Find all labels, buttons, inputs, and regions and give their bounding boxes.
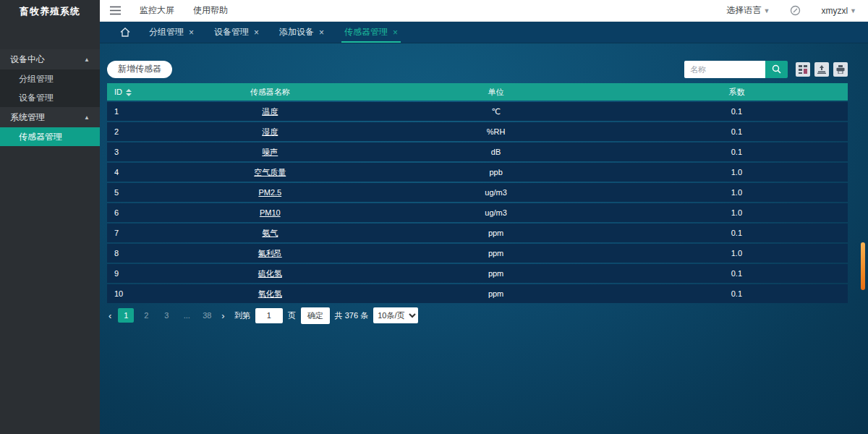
sensor-id-cell: 10 <box>107 284 174 303</box>
chevron-down-icon: ▼ <box>763 7 770 14</box>
sensor-unit-cell: ℃ <box>366 102 625 121</box>
tab-分组管理[interactable]: 分组管理× <box>139 22 204 43</box>
add-sensor-button[interactable]: 新增传感器 <box>107 61 172 78</box>
username: xmyzxl <box>821 6 848 16</box>
sensor-name-link[interactable]: PM10 <box>260 208 281 217</box>
sensor-name-link[interactable]: 空气质量 <box>254 168 286 176</box>
next-page-button[interactable]: › <box>220 310 226 321</box>
sensor-id-cell: 6 <box>107 203 174 222</box>
topbar-right: 选择语言▼ xmyzxl▼ <box>726 4 856 17</box>
sensor-name-link[interactable]: 氨气 <box>262 229 278 237</box>
sensor-name-cell: 氧化氢 <box>174 284 366 303</box>
sidebar-section-title[interactable]: 系统管理▲ <box>0 107 100 127</box>
page-button-38[interactable]: 38 <box>199 308 215 323</box>
tab-传感器管理[interactable]: 传感器管理× <box>334 22 408 43</box>
sensor-name-cell: 硫化氢 <box>174 264 366 283</box>
home-tab[interactable] <box>111 22 139 43</box>
sensor-id-cell: 2 <box>107 122 174 141</box>
topbar-item-help[interactable]: 使用帮助 <box>193 4 228 17</box>
sensor-coefficient-cell: 0.1 <box>626 102 848 121</box>
printer-icon <box>836 65 845 74</box>
sensor-name-link[interactable]: 硫化氢 <box>258 269 282 278</box>
table-header-row: ID传感器名称单位系数 <box>107 83 848 101</box>
table-row: 3噪声dB0.1 <box>107 142 848 161</box>
sensor-table: ID传感器名称单位系数 1温度℃0.12湿度%RH0.13噪声dB0.14空气质… <box>107 82 848 305</box>
sidebar-section-items: 分组管理设备管理 <box>0 69 100 107</box>
chevron-up-icon: ▲ <box>84 114 90 121</box>
sidebar-section-items: 传感器管理 <box>0 127 100 146</box>
table-row: 4空气质量ppb1.0 <box>107 163 848 182</box>
sensor-coefficient-cell: 1.0 <box>626 183 848 202</box>
sidebar: 畜牧养殖系统 设备中心▲分组管理设备管理系统管理▲传感器管理 <box>0 0 100 434</box>
table-row: 7氨气ppm0.1 <box>107 224 848 242</box>
hamburger-icon[interactable] <box>110 6 121 15</box>
sensor-name-cell: PM2.5 <box>174 183 366 202</box>
tab-设备管理[interactable]: 设备管理× <box>204 22 269 43</box>
sensor-coefficient-cell: 0.1 <box>626 224 848 242</box>
table-row: 2湿度%RH0.1 <box>107 122 848 141</box>
page-button-3[interactable]: 3 <box>158 308 174 323</box>
total-count-label: 共 376 条 <box>335 310 368 321</box>
search-input[interactable] <box>684 61 765 78</box>
sensor-name-link[interactable]: PM2.5 <box>258 188 281 197</box>
tab-close-icon[interactable]: × <box>254 27 259 38</box>
column-display-button[interactable] <box>796 62 810 77</box>
sort-icon[interactable] <box>126 89 132 96</box>
column-header-单位: 单位 <box>366 83 625 101</box>
page-more-button[interactable]: ... <box>179 308 195 323</box>
sidebar-item-设备管理[interactable]: 设备管理 <box>0 88 100 107</box>
sidebar-section-label: 系统管理 <box>10 111 45 124</box>
language-selector-label: 选择语言 <box>726 4 761 17</box>
tab-close-icon[interactable]: × <box>319 27 324 38</box>
page-button-1[interactable]: 1 <box>118 308 134 323</box>
language-selector[interactable]: 选择语言▼ <box>726 4 770 17</box>
sensor-name-link[interactable]: 氟利昂 <box>258 249 282 258</box>
prev-page-button[interactable]: ‹ <box>107 310 113 321</box>
sensor-name-cell: 氨气 <box>174 224 366 242</box>
sidebar-item-传感器管理[interactable]: 传感器管理 <box>0 127 100 146</box>
column-header-ID[interactable]: ID <box>107 83 174 101</box>
sensor-coefficient-cell: 0.1 <box>626 284 848 303</box>
table-row: 6PM10ug/m31.0 <box>107 203 848 222</box>
user-menu[interactable]: xmyzxl▼ <box>821 6 856 16</box>
page-button-2[interactable]: 2 <box>138 308 154 323</box>
table-row: 1温度℃0.1 <box>107 102 848 121</box>
sensor-name-link[interactable]: 噪声 <box>262 148 278 156</box>
home-icon <box>120 27 130 37</box>
tab-close-icon[interactable]: × <box>393 27 398 38</box>
sensor-id-cell: 5 <box>107 183 174 202</box>
sensor-name-link[interactable]: 湿度 <box>262 127 278 136</box>
table-row: 5PM2.5ug/m31.0 <box>107 183 848 202</box>
table-action-buttons <box>796 62 848 77</box>
sensor-name-link[interactable]: 氧化氢 <box>258 289 282 298</box>
search-button[interactable] <box>765 61 788 78</box>
tab-label: 设备管理 <box>214 26 249 38</box>
sensor-id-cell: 3 <box>107 142 174 161</box>
sensor-name-link[interactable]: 温度 <box>262 107 278 116</box>
tab-close-icon[interactable]: × <box>189 27 194 38</box>
sensor-coefficient-cell: 0.1 <box>626 264 848 283</box>
tab-添加设备[interactable]: 添加设备× <box>269 22 334 43</box>
table-row: 9硫化氢ppm0.1 <box>107 264 848 283</box>
export-button[interactable] <box>814 62 829 77</box>
goto-page-input[interactable] <box>255 308 283 323</box>
sensor-unit-cell: ppm <box>366 284 625 303</box>
sensor-id-cell: 1 <box>107 102 174 121</box>
sensor-name-cell: 温度 <box>174 102 366 121</box>
chevron-down-icon: ▼ <box>850 7 856 14</box>
sensor-unit-cell: ppm <box>366 244 625 263</box>
sensor-coefficient-cell: 1.0 <box>626 244 848 263</box>
sensor-unit-cell: ppm <box>366 224 625 242</box>
scrollbar-thumb[interactable] <box>861 242 865 290</box>
page-size-select[interactable]: 10条/页 <box>373 307 418 323</box>
sidebar-item-分组管理[interactable]: 分组管理 <box>0 69 100 88</box>
search-group <box>684 61 848 78</box>
fullscreen-icon[interactable] <box>790 5 801 16</box>
search-icon <box>772 64 781 74</box>
topbar-item-monitor-screen[interactable]: 监控大屏 <box>140 4 174 17</box>
goto-label: 到第 <box>234 310 250 321</box>
print-button[interactable] <box>833 62 848 77</box>
goto-confirm-button[interactable]: 确定 <box>301 307 330 324</box>
page-unit-label: 页 <box>288 310 296 321</box>
sidebar-section-title[interactable]: 设备中心▲ <box>0 49 100 69</box>
